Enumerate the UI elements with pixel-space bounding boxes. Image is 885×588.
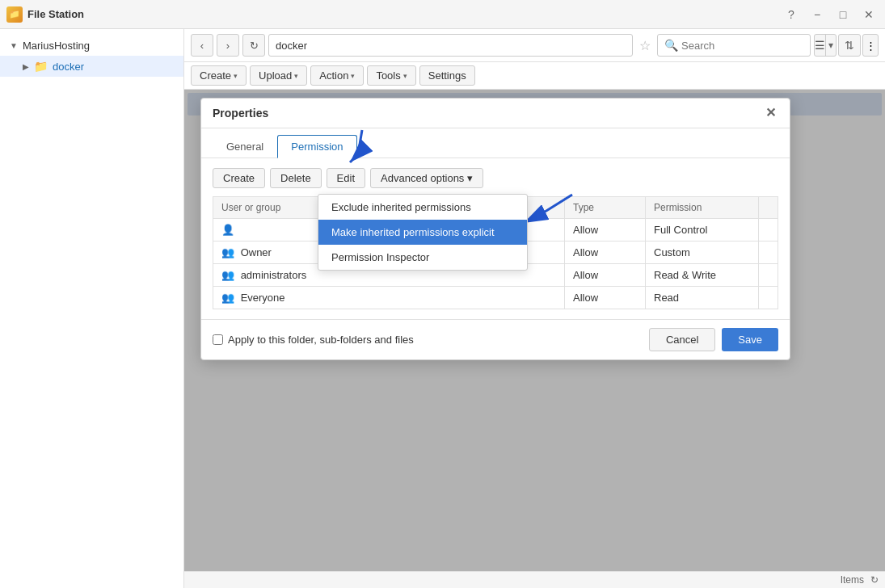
dialog-header: Properties ✕ bbox=[201, 99, 790, 128]
back-button[interactable]: ‹ bbox=[191, 34, 213, 57]
tab-permission-label: Permission bbox=[291, 141, 343, 153]
permission-inspector-item[interactable]: Permission Inspector bbox=[318, 245, 527, 270]
row4-user: 👥 Everyone bbox=[213, 287, 565, 309]
row2-actions bbox=[759, 242, 778, 264]
perm-delete-label: Delete bbox=[280, 172, 311, 184]
sidebar: ▼ MariusHosting ▶ 📁 docker bbox=[0, 29, 184, 588]
settings-label: Settings bbox=[428, 69, 466, 82]
expand-arrow: ▼ bbox=[10, 41, 18, 50]
create-dropdown-arrow: ▾ bbox=[234, 72, 238, 80]
col-actions bbox=[759, 197, 778, 219]
refresh-status-icon[interactable]: ↻ bbox=[870, 574, 879, 586]
advanced-options-arrow: ▾ bbox=[467, 172, 473, 184]
properties-dialog: Properties ✕ General Permission bbox=[200, 98, 790, 360]
window-controls: ? − □ ✕ bbox=[782, 5, 879, 24]
col-permission: Permission bbox=[646, 197, 759, 219]
folder-icon: 📁 bbox=[34, 60, 48, 73]
exclude-inherited-label: Exclude inherited permissions bbox=[331, 201, 471, 213]
dialog-tabs: General Permission bbox=[201, 128, 790, 158]
row1-actions bbox=[759, 219, 778, 242]
sidebar-root-label: MariusHosting bbox=[23, 40, 90, 52]
make-explicit-item[interactable]: Make inherited permissions explicit bbox=[318, 220, 527, 245]
perm-edit-button[interactable]: Edit bbox=[327, 168, 365, 188]
row1-permission: Full Control bbox=[646, 219, 759, 242]
user-icon: 👥 bbox=[221, 292, 234, 304]
sidebar-item-mariushosting[interactable]: ▼ MariusHosting bbox=[0, 36, 183, 56]
list-view-button[interactable]: ☰ ▾ bbox=[814, 34, 837, 57]
row4-type: Allow bbox=[565, 287, 646, 309]
user-icon: 👥 bbox=[221, 269, 234, 281]
search-input[interactable] bbox=[681, 40, 803, 52]
close-button[interactable]: ✕ bbox=[859, 5, 879, 24]
dialog-footer: Apply to this folder, sub-folders and fi… bbox=[201, 319, 790, 359]
more-dots-icon: ⋮ bbox=[866, 40, 876, 52]
create-button[interactable]: Create ▾ bbox=[191, 65, 247, 86]
dialog-title: Properties bbox=[213, 107, 268, 120]
col-type: Type bbox=[565, 197, 646, 219]
row3-actions bbox=[759, 264, 778, 287]
bookmark-icon[interactable]: ☆ bbox=[636, 38, 654, 53]
toolbar: ‹ › ↻ ☆ 🔍 ☰ ▾ ⇅ ⋮ bbox=[184, 29, 885, 62]
permission-inspector-label: Permission Inspector bbox=[331, 251, 429, 263]
perm-create-label: Create bbox=[223, 172, 255, 184]
sort-button[interactable]: ⇅ bbox=[838, 34, 861, 57]
tools-button[interactable]: Tools ▾ bbox=[367, 65, 415, 86]
row4-actions bbox=[759, 287, 778, 309]
user-icon: 👤 bbox=[221, 224, 234, 236]
row2-permission: Custom bbox=[646, 242, 759, 264]
table-row[interactable]: 👥 Everyone Allow Read bbox=[213, 287, 778, 309]
view-controls: ☰ ▾ ⇅ ⋮ bbox=[814, 34, 879, 57]
save-button[interactable]: Save bbox=[722, 328, 778, 351]
app-icon: 📁 bbox=[6, 6, 23, 23]
dialog-actions: Cancel Save bbox=[649, 328, 778, 351]
app-title: File Station bbox=[27, 8, 84, 20]
titlebar-left: 📁 File Station bbox=[6, 6, 84, 23]
perm-toolbar: Create Delete Edit Advanced options ▾ bbox=[213, 168, 778, 188]
help-button[interactable]: ? bbox=[782, 5, 801, 24]
row1-type: Allow bbox=[565, 219, 646, 242]
forward-button[interactable]: › bbox=[217, 34, 239, 57]
upload-label: Upload bbox=[259, 69, 292, 82]
perm-delete-button[interactable]: Delete bbox=[270, 168, 322, 188]
list-icon: ☰ bbox=[815, 39, 825, 52]
create-label: Create bbox=[200, 69, 231, 82]
tools-label: Tools bbox=[376, 69, 400, 82]
make-explicit-label: Make inherited permissions explicit bbox=[331, 226, 495, 238]
row3-type: Allow bbox=[565, 264, 646, 287]
user-icon: 👥 bbox=[221, 246, 234, 258]
sidebar-item-docker[interactable]: ▶ 📁 docker bbox=[0, 56, 183, 77]
action-button[interactable]: Action ▾ bbox=[310, 65, 364, 86]
search-box: 🔍 bbox=[657, 34, 811, 57]
items-label: Items bbox=[841, 574, 864, 586]
apply-checkbox-label: Apply to this folder, sub-folders and fi… bbox=[213, 334, 414, 346]
list-view-dropdown[interactable]: ▾ bbox=[825, 35, 836, 56]
upload-button[interactable]: Upload ▾ bbox=[250, 65, 307, 86]
address-bar[interactable] bbox=[268, 34, 633, 57]
tab-general-label: General bbox=[226, 141, 263, 153]
tools-dropdown-arrow: ▾ bbox=[403, 72, 407, 80]
exclude-inherited-item[interactable]: Exclude inherited permissions bbox=[318, 195, 527, 220]
action-dropdown-arrow: ▾ bbox=[351, 72, 355, 80]
dialog-close-button[interactable]: ✕ bbox=[762, 105, 778, 121]
permission-content: Create Delete Edit Advanced options ▾ bbox=[201, 158, 790, 319]
tab-general[interactable]: General bbox=[213, 135, 277, 158]
row3-permission: Read & Write bbox=[646, 264, 759, 287]
expand-arrow-docker: ▶ bbox=[23, 62, 29, 71]
minimize-button[interactable]: − bbox=[807, 5, 827, 24]
titlebar: 📁 File Station ? − □ ✕ bbox=[0, 0, 885, 29]
perm-create-button[interactable]: Create bbox=[213, 168, 265, 188]
more-options-button[interactable]: ⋮ bbox=[862, 34, 879, 57]
tab-permission[interactable]: Permission bbox=[277, 135, 356, 158]
sidebar-docker-label: docker bbox=[53, 61, 84, 73]
refresh-button[interactable]: ↻ bbox=[242, 34, 265, 57]
settings-button[interactable]: Settings bbox=[419, 65, 475, 86]
advanced-options-button[interactable]: Advanced options ▾ bbox=[370, 168, 483, 188]
row4-permission: Read bbox=[646, 287, 759, 309]
content-area: ‹ › ↻ ☆ 🔍 ☰ ▾ ⇅ ⋮ bbox=[184, 29, 885, 588]
restore-button[interactable]: □ bbox=[833, 5, 853, 24]
apply-checkbox[interactable] bbox=[213, 334, 223, 345]
advanced-options-label: Advanced options bbox=[381, 172, 464, 184]
cancel-button[interactable]: Cancel bbox=[649, 328, 715, 351]
file-area: Properties ✕ General Permission bbox=[184, 90, 885, 571]
perm-edit-label: Edit bbox=[337, 172, 355, 184]
